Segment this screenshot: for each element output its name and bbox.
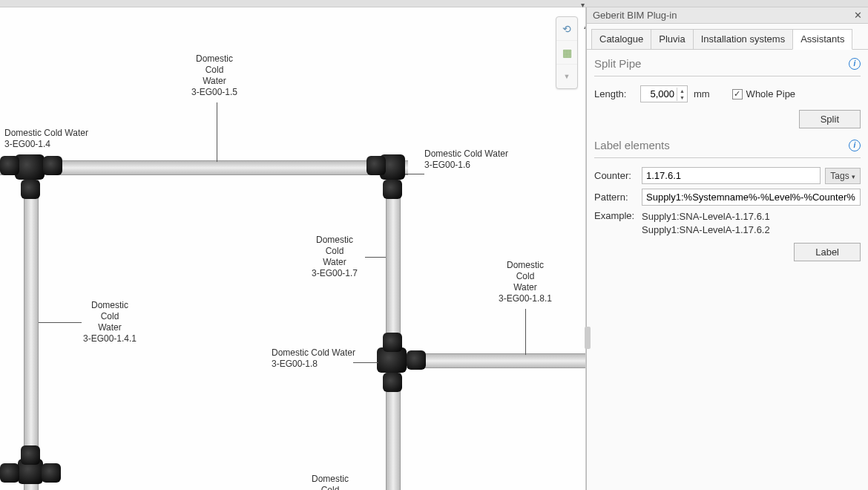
pipe-segment[interactable] (24, 169, 39, 490)
pipe-fitting[interactable] (21, 180, 40, 199)
pipe-fitting[interactable] (43, 156, 62, 175)
pipe-fitting[interactable] (383, 373, 402, 392)
example-label: Example: (594, 210, 637, 237)
length-spinner[interactable]: ▲ ▼ (640, 85, 688, 102)
pipe-fitting[interactable] (0, 156, 19, 175)
tab-catalogue[interactable]: Catalogue (591, 29, 651, 50)
counter-input[interactable] (642, 167, 821, 184)
leader-line (525, 309, 526, 355)
view-toolbox: ⟲ ▦ ▼ (556, 16, 578, 89)
panel-body: Split Pipe i Length: ▲ ▼ mm ✓ Whole Pipe (587, 49, 868, 490)
pipe-label: Domestic Cold Water 3-EG00-1.4.1 (83, 300, 137, 344)
example-block: Example: Supply1:SNA-LevelA-1.17.6.1 Sup… (594, 210, 861, 237)
scroll-up-icon[interactable]: ▴ (584, 22, 586, 30)
pipe-label: Domestic Cold Water 3-EG00-1.5 (191, 53, 237, 98)
pipe-label: Domestic Cold Water 3-EG00-1.8.1 (499, 260, 552, 304)
example-value-2: Supply1:SNA-LevelA-1.17.6.2 (642, 223, 770, 237)
panel-title: Geberit BIM Plug-in (593, 10, 677, 21)
counter-label: Counter: (594, 170, 637, 181)
section-split-pipe-title: Split Pipe i (594, 57, 861, 70)
pipe-segment[interactable] (386, 169, 401, 490)
spinner-up-icon[interactable]: ▲ (677, 88, 687, 94)
leader-line (217, 102, 217, 162)
chevron-down-icon: ▾ (852, 173, 855, 180)
leader-line (39, 322, 82, 323)
pipe-label: Domestic Cold (312, 474, 349, 490)
info-icon[interactable]: i (849, 58, 861, 70)
info-icon[interactable]: i (849, 140, 861, 151)
zoom-fit-icon[interactable]: ▦ (556, 41, 577, 65)
chevron-down-icon[interactable]: ▼ (556, 65, 577, 88)
scrollbar-handle[interactable] (585, 327, 591, 349)
pipe-fitting[interactable] (366, 156, 386, 175)
length-input[interactable] (641, 86, 677, 102)
spinner-down-icon[interactable]: ▼ (677, 94, 687, 101)
close-icon[interactable]: ✕ (854, 10, 862, 21)
pipe-fitting[interactable] (383, 180, 402, 199)
tags-dropdown-button[interactable]: Tags ▾ (825, 168, 861, 184)
pattern-label: Pattern: (594, 192, 637, 203)
plugin-panel: Geberit BIM Plug-in ✕ Catalogue Pluvia I… (586, 7, 868, 490)
pipe-fitting-tee[interactable] (15, 154, 45, 180)
split-button[interactable]: Split (799, 110, 861, 128)
panel-header: Geberit BIM Plug-in ✕ (587, 7, 868, 24)
length-unit: mm (694, 88, 710, 99)
tab-installation-systems[interactable]: Installation systems (693, 29, 793, 50)
example-value-1: Supply1:SNA-LevelA-1.17.6.1 (642, 210, 770, 223)
whole-pipe-label: Whole Pipe (746, 88, 795, 99)
pipe-fitting[interactable] (0, 463, 19, 483)
whole-pipe-checkbox[interactable]: ✓ (732, 89, 743, 99)
pattern-input[interactable] (642, 189, 861, 206)
pipe-fitting[interactable] (383, 333, 402, 352)
pipe-fitting[interactable] (21, 445, 40, 465)
pipe-label: Domestic Cold Water 3-EG00-1.6 (424, 148, 508, 171)
leader-line (405, 174, 424, 174)
label-button[interactable]: Label (794, 243, 861, 261)
viewport-3d[interactable]: Domestic Cold Water 3-EG00-1.4 Domestic … (0, 7, 586, 490)
leader-line (353, 362, 378, 363)
divider (594, 76, 861, 76)
workspace: Domestic Cold Water 3-EG00-1.4 Domestic … (0, 7, 868, 490)
pipe-label: Domestic Cold Water 3-EG00-1.7 (312, 235, 358, 279)
whole-pipe-checkbox-row[interactable]: ✓ Whole Pipe (732, 88, 795, 99)
section-label-elements-title: Label elements i (594, 139, 861, 151)
title-bar-strip: ▾ (0, 0, 868, 7)
navigate-icon[interactable]: ⟲ (556, 17, 577, 41)
tab-pluvia[interactable]: Pluvia (651, 29, 693, 50)
pipe-fitting[interactable] (42, 463, 61, 483)
length-label: Length: (594, 88, 634, 99)
pipe-fitting[interactable] (407, 350, 426, 370)
pipe-label: Domestic Cold Water 3-EG00-1.8 (272, 347, 355, 370)
tab-assistants[interactable]: Assistants (792, 29, 852, 50)
pipe-segment[interactable] (401, 353, 586, 368)
pipe-label: Domestic Cold Water 3-EG00-1.4 (4, 128, 88, 150)
tab-bar: Catalogue Pluvia Installation systems As… (587, 24, 868, 49)
leader-line (365, 257, 386, 258)
divider (594, 157, 861, 158)
